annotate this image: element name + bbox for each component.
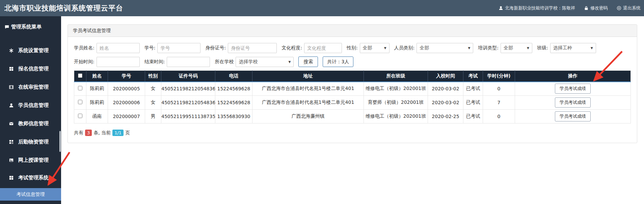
table-header-row: 姓名 学号 性别 证件号码 电话 地址 所在班级 入校时间 考试 学时(分钟) …: [74, 71, 631, 82]
sidebar-scrollbar[interactable]: [59, 131, 61, 152]
row-checkbox[interactable]: [78, 86, 82, 90]
cell-gender: 女: [145, 82, 161, 96]
filter-label: 文化程度:: [281, 45, 302, 51]
cell-exam-status: 已考试: [463, 82, 483, 96]
cell-class: 育婴师（初级）202001班: [364, 96, 428, 110]
sidebar-item-label: 教师信息管理: [18, 120, 49, 127]
cell-phone: 13556830930: [215, 110, 252, 123]
sidebar-item-logistics[interactable]: 后勤物资管理: [0, 136, 61, 148]
pagination-text: 页: [125, 130, 130, 136]
sidebar-item-online-teaching[interactable]: 网上授课管理: [0, 154, 61, 166]
col-hours: 学时(分钟): [483, 71, 515, 82]
table-row: 函南 202000007 男 450521199511138735 135568…: [74, 110, 631, 123]
sidebar-item-label: 在线审批管理: [18, 84, 49, 90]
sidebar-item-students[interactable]: 学员信息管理: [0, 99, 61, 111]
person-type-select[interactable]: 全部 ▼: [417, 43, 473, 53]
cell-gender: 男: [145, 110, 161, 123]
sidebar-subitem-exam-info-active[interactable]: 考试信息管理: [0, 188, 61, 201]
id-number-input[interactable]: [228, 43, 277, 53]
class-select[interactable]: 选择工种 ▼: [550, 43, 596, 53]
sidebar-item-exam-system[interactable]: 考试管理系统: [0, 172, 61, 183]
grid-icon: [9, 175, 14, 180]
select-all-checkbox[interactable]: [78, 73, 82, 78]
start-date-input[interactable]: [97, 57, 140, 67]
school-select[interactable]: 选择学校 ▼: [236, 57, 294, 67]
chevron-down-icon: ▼: [468, 46, 470, 50]
page-title: 学员考试信息管理: [73, 28, 111, 34]
student-name-input[interactable]: [97, 43, 140, 53]
filter-label: 学号:: [144, 45, 156, 51]
cell-enroll-date: 2020-03-02: [428, 96, 463, 110]
panel-header: 学员考试信息管理: [68, 25, 637, 37]
filter-class: 班级: 选择工种 ▼: [537, 43, 596, 53]
student-exam-score-button[interactable]: 学员考试成绩: [555, 84, 591, 94]
filter-end-date: 结束时间:: [144, 57, 210, 67]
student-no-input[interactable]: [157, 43, 200, 53]
filter-person-type: 人员类别: 全部 ▼: [394, 43, 474, 53]
filter-label: 班级:: [537, 45, 548, 51]
cell-id-number: 450521198212054836: [161, 96, 215, 110]
cell-gender: 女: [145, 96, 161, 110]
training-type-select[interactable]: 全部 ▼: [501, 43, 532, 53]
end-date-input[interactable]: [167, 57, 210, 67]
cell-class: 维修电工（初级）202001班: [364, 82, 428, 96]
filter-row-1: 学员姓名: 学号: 身份证号: 文化程度: 性别:: [74, 43, 631, 53]
cell-exam-status: 已考试: [463, 110, 483, 123]
filter-training-type: 培训类型: 全部 ▼: [478, 43, 532, 53]
sidebar-item-online-approval[interactable]: 在线审批管理: [0, 81, 61, 93]
picture-icon: [9, 158, 14, 163]
user-icon: [9, 103, 14, 108]
row-checkbox[interactable]: [78, 100, 82, 104]
filter-label: 人员类别:: [394, 45, 415, 51]
cell-name: 陈莉莉: [86, 96, 108, 110]
sidebar-item-system-settings[interactable]: 系统设置管理: [0, 45, 61, 56]
selected-value: 全部: [363, 45, 372, 51]
sidebar-item-teachers[interactable]: 教师信息管理: [0, 118, 61, 129]
col-student-no: 学号: [108, 71, 145, 82]
comment-icon: [4, 24, 9, 29]
filter-label: 开始时间:: [74, 59, 95, 65]
main-content: 学员考试信息管理 学员姓名: 学号: 身份证号: 文化程度:: [61, 16, 644, 204]
sidebar-item-registration[interactable]: 报名信息管理: [0, 63, 61, 74]
student-exam-score-button[interactable]: 学员考试成绩: [555, 97, 591, 108]
envelope-icon: [9, 121, 14, 126]
col-class: 所在班级: [364, 71, 428, 82]
filter-label: 身份证号:: [205, 45, 226, 51]
col-address: 地址: [252, 71, 364, 82]
cell-enroll-date: 2020-03-02: [428, 82, 463, 96]
sidebar-item-label: 学员信息管理: [18, 102, 49, 109]
col-id-number: 证件号码: [161, 71, 215, 82]
filter-label: 结束时间:: [144, 59, 165, 65]
app-title: 北海市职业技能培训系统管理云平台: [4, 3, 123, 13]
education-input[interactable]: [304, 43, 342, 53]
cell-name: 陈莉莉: [86, 82, 108, 96]
current-user[interactable]: 北海新新职业技能培训学校：陈敬祥: [499, 5, 575, 11]
pagination-text: 条, 当前: [93, 130, 111, 136]
cell-hours: 0: [483, 110, 515, 123]
user-icon: [499, 6, 503, 10]
change-password-label: 修改密码: [590, 5, 608, 11]
search-button[interactable]: 搜索: [298, 56, 318, 67]
row-checkbox[interactable]: [78, 114, 82, 118]
filter-label: 培训类型:: [478, 45, 499, 51]
chevron-down-icon: ▼: [384, 46, 386, 50]
chevron-down-icon: ▼: [527, 46, 529, 50]
cell-id-number: 450521199511138735: [161, 110, 215, 123]
page-number-badge: 1/1: [112, 130, 124, 136]
selected-value: 选择工种: [553, 45, 572, 51]
student-exam-score-button[interactable]: 学员考试成绩: [555, 111, 591, 121]
filter-label: 学员姓名:: [74, 45, 95, 51]
sidebar: 管理系统菜单 系统设置管理 报名信息管理 在线审批管理 学员信息管理 教师信息管…: [0, 16, 61, 204]
filter-school: 所在学校 选择学校 ▼: [215, 57, 294, 67]
selected-value: 选择学校: [239, 59, 258, 65]
logout-link[interactable]: 退出系统: [617, 5, 641, 11]
col-enroll-date: 入校时间: [428, 71, 463, 82]
col-phone: 电话: [215, 71, 252, 82]
table-row: 陈莉莉 202000005 女 450521198212054836 15224…: [74, 82, 631, 96]
filter-gender: 性别: 全部 ▼: [347, 43, 390, 53]
change-password-link[interactable]: 修改密码: [584, 5, 608, 11]
pagination: 共有 3 条, 当前 1/1 页: [74, 130, 631, 136]
film-icon: [9, 85, 14, 90]
gender-select[interactable]: 全部 ▼: [360, 43, 390, 53]
cell-address: 广西北海市合浦县时代名苑1号楼二单元401: [252, 96, 364, 110]
